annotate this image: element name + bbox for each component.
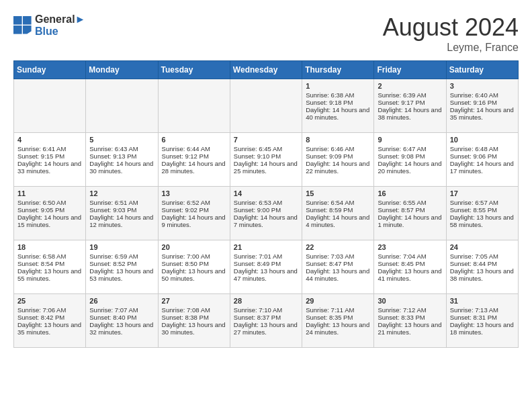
cell-content: Sunset: 8:50 PM [162,260,226,267]
day-number: 3 [450,82,515,90]
cell-content: Daylight: 13 hours and 24 minutes. [306,321,370,336]
cell-content: Daylight: 13 hours and 35 minutes. [17,321,82,336]
cell-content: Sunset: 8:38 PM [162,314,226,321]
logo-icon [13,16,32,35]
cell-content: Sunrise: 6:51 AM [89,199,154,206]
calendar-cell: 23Sunrise: 7:04 AMSunset: 8:45 PMDayligh… [374,240,446,294]
cell-content: Sunrise: 6:43 AM [89,145,154,152]
cell-content: Sunset: 9:03 PM [89,206,154,214]
cell-content: Daylight: 13 hours and 30 minutes. [162,321,226,336]
cell-content: Sunset: 8:35 PM [306,314,370,321]
calendar-cell: 30Sunrise: 7:12 AMSunset: 8:33 PMDayligh… [374,294,446,348]
calendar-cell: 5Sunrise: 6:43 AMSunset: 9:13 PMDaylight… [86,133,158,187]
logo: General► Blue [13,13,85,38]
calendar-cell: 31Sunrise: 7:13 AMSunset: 8:31 PMDayligh… [446,294,518,348]
cell-content: Sunset: 9:18 PM [306,99,370,106]
calendar-cell: 19Sunrise: 6:59 AMSunset: 8:52 PMDayligh… [86,240,158,294]
cell-content: Sunrise: 6:57 AM [450,199,515,206]
calendar-cell: 10Sunrise: 6:48 AMSunset: 9:06 PMDayligh… [446,133,518,187]
cell-content: Sunrise: 6:46 AM [306,145,370,152]
header-thursday: Thursday [302,61,374,79]
cell-content: Sunrise: 6:40 AM [450,91,515,99]
cell-content: Sunset: 9:06 PM [450,152,515,160]
day-number: 21 [234,243,298,251]
cell-content: Sunset: 8:47 PM [306,260,370,267]
day-number: 24 [450,243,515,251]
calendar-cell: 27Sunrise: 7:08 AMSunset: 8:38 PMDayligh… [158,294,230,348]
cell-content: Daylight: 14 hours and 1 minute. [378,214,442,228]
cell-content: Sunrise: 6:45 AM [234,145,298,152]
cell-content: Daylight: 13 hours and 55 minutes. [17,267,82,282]
cell-content: Sunset: 8:31 PM [450,314,515,321]
cell-content: Sunset: 9:09 PM [306,152,370,160]
cell-content: Sunrise: 7:10 AM [234,306,298,314]
day-number: 14 [234,189,298,197]
cell-content: Sunset: 8:49 PM [234,260,298,267]
calendar-cell [158,79,230,133]
cell-content: Sunrise: 6:47 AM [378,145,442,152]
calendar-cell: 12Sunrise: 6:51 AMSunset: 9:03 PMDayligh… [86,187,158,240]
cell-content: Sunrise: 6:53 AM [234,199,298,206]
cell-content: Sunrise: 6:55 AM [378,199,442,206]
cell-content: Sunset: 9:08 PM [378,152,442,160]
header-friday: Friday [374,61,446,79]
logo-text: General► Blue [35,13,85,38]
cell-content: Sunrise: 7:00 AM [162,253,226,260]
cell-content: Sunset: 9:15 PM [17,152,82,160]
cell-content: Daylight: 14 hours and 4 minutes. [306,214,370,228]
calendar-cell: 25Sunrise: 7:06 AMSunset: 8:42 PMDayligh… [14,294,86,348]
calendar-header-row: SundayMondayTuesdayWednesdayThursdayFrid… [14,61,519,79]
cell-content: Sunrise: 6:50 AM [17,199,82,206]
cell-content: Daylight: 13 hours and 41 minutes. [378,267,442,282]
cell-content: Daylight: 13 hours and 47 minutes. [234,267,298,282]
cell-content: Sunrise: 6:48 AM [450,145,515,152]
week-row-4: 18Sunrise: 6:58 AMSunset: 8:54 PMDayligh… [14,240,519,294]
calendar-cell: 6Sunrise: 6:44 AMSunset: 9:12 PMDaylight… [158,133,230,187]
cell-content: Sunrise: 7:05 AM [450,253,515,260]
day-number: 26 [89,297,154,305]
cell-content: Daylight: 14 hours and 17 minutes. [450,160,515,175]
calendar-cell: 9Sunrise: 6:47 AMSunset: 9:08 PMDaylight… [374,133,446,187]
day-number: 30 [378,297,442,305]
cell-content: Sunset: 9:02 PM [162,206,226,214]
cell-content: Sunrise: 7:08 AM [162,306,226,314]
cell-content: Daylight: 14 hours and 28 minutes. [162,160,226,175]
cell-content: Sunrise: 6:41 AM [17,145,82,152]
day-number: 7 [234,136,298,144]
day-number: 18 [17,243,82,251]
calendar-cell: 28Sunrise: 7:10 AMSunset: 8:37 PMDayligh… [230,294,302,348]
day-number: 16 [378,189,442,197]
day-number: 15 [306,189,370,197]
calendar-cell: 29Sunrise: 7:11 AMSunset: 8:35 PMDayligh… [302,294,374,348]
day-number: 22 [306,243,370,251]
day-number: 19 [89,243,154,251]
title-block: August 2024 Leyme, France [383,13,519,54]
calendar-cell: 2Sunrise: 6:39 AMSunset: 9:17 PMDaylight… [374,79,446,133]
cell-content: Sunrise: 7:06 AM [17,306,82,314]
cell-content: Sunrise: 6:54 AM [306,199,370,206]
cell-content: Sunset: 8:54 PM [17,260,82,267]
cell-content: Sunset: 8:57 PM [378,206,442,214]
cell-content: Sunset: 9:17 PM [378,99,442,106]
calendar-cell [86,79,158,133]
cell-content: Sunset: 8:44 PM [450,260,515,267]
cell-content: Sunrise: 7:03 AM [306,253,370,260]
cell-content: Sunrise: 7:13 AM [450,306,515,314]
header-monday: Monday [86,61,158,79]
cell-content: Daylight: 14 hours and 38 minutes. [378,106,442,121]
calendar-cell: 22Sunrise: 7:03 AMSunset: 8:47 PMDayligh… [302,240,374,294]
calendar-cell: 18Sunrise: 6:58 AMSunset: 8:54 PMDayligh… [14,240,86,294]
cell-content: Sunset: 9:05 PM [17,206,82,214]
cell-content: Sunrise: 6:52 AM [162,199,226,206]
cell-content: Sunrise: 6:58 AM [17,253,82,260]
cell-content: Daylight: 14 hours and 7 minutes. [234,214,298,228]
day-number: 6 [162,136,226,144]
cell-content: Daylight: 14 hours and 33 minutes. [17,160,82,175]
cell-content: Daylight: 14 hours and 20 minutes. [378,160,442,175]
cell-content: Sunset: 8:37 PM [234,314,298,321]
cell-content: Sunset: 9:13 PM [89,152,154,160]
cell-content: Daylight: 13 hours and 27 minutes. [234,321,298,336]
location: Leyme, France [383,42,519,54]
page-header: General► Blue August 2024 Leyme, France [13,13,519,54]
calendar-cell: 8Sunrise: 6:46 AMSunset: 9:09 PMDaylight… [302,133,374,187]
